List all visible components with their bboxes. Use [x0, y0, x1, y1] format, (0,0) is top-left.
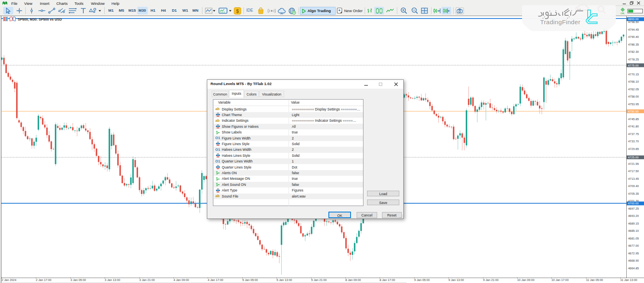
svg-text:3 Jan 05:00: 3 Jan 05:00 [70, 278, 86, 282]
svg-text:4672.95: 4672.95 [628, 252, 639, 255]
svg-text:2 Jan 17:00: 2 Jan 17:00 [36, 278, 52, 282]
svg-text:SP500, M30: SP500 vs USD: SP500, M30: SP500 vs USD [18, 17, 62, 21]
svg-text:4775.00: 4775.00 [628, 64, 639, 67]
svg-text:4693.20: 4693.20 [628, 214, 639, 218]
svg-text:10 Jan 09:00: 10 Jan 09:00 [517, 278, 535, 282]
svg-text:11 Jan 13:00: 11 Jan 13:00 [620, 278, 637, 282]
svg-text:4705.35: 4705.35 [628, 192, 639, 196]
svg-text:4762.05: 4762.05 [628, 87, 639, 91]
svg-text:4766.10: 4766.10 [628, 80, 639, 83]
svg-text:LVL: LVL [621, 12, 625, 15]
svg-text:4725.00: 4725.00 [628, 156, 639, 159]
svg-text:4745.85: 4745.85 [628, 117, 639, 121]
svg-text:4700.00: 4700.00 [628, 202, 639, 205]
svg-text:4729.65: 4729.65 [628, 147, 639, 151]
svg-text:$: $ [236, 8, 239, 14]
svg-text:4741.80: 4741.80 [628, 125, 639, 128]
svg-text:3 Jan 13:00: 3 Jan 13:00 [105, 278, 120, 282]
svg-text:4 Jan 17:00: 4 Jan 17:00 [208, 278, 223, 282]
svg-text:5 Jan 13:00: 5 Jan 13:00 [277, 278, 292, 282]
svg-text:11 Jan 05:00: 11 Jan 05:00 [586, 278, 603, 282]
svg-text:4733.70: 4733.70 [628, 139, 639, 143]
svg-text:4750.00: 4750.00 [628, 110, 639, 113]
svg-text:9 Jan 13:00: 9 Jan 13:00 [448, 278, 464, 282]
svg-text:4782.30: 4782.30 [628, 50, 639, 54]
svg-text:4 Jan 09:00: 4 Jan 09:00 [173, 278, 189, 282]
svg-text:4689.15: 4689.15 [628, 222, 639, 225]
svg-text:4713.45: 4713.45 [628, 177, 639, 181]
svg-text:4790.40: 4790.40 [628, 35, 639, 39]
svg-text:4717.50: 4717.50 [628, 169, 639, 173]
svg-text:2 Jan 2024: 2 Jan 2024 [2, 278, 17, 282]
svg-text:9 Jan 05:00: 9 Jan 05:00 [414, 278, 430, 282]
svg-text:4721.55: 4721.55 [628, 162, 639, 166]
svg-text:4737.75: 4737.75 [628, 132, 639, 136]
svg-text:3 Jan 21:00: 3 Jan 21:00 [139, 278, 155, 282]
svg-text:4778.25: 4778.25 [628, 58, 639, 61]
svg-text:4668.90: 4668.90 [628, 259, 639, 262]
svg-text:4677.00: 4677.00 [628, 244, 639, 248]
svg-text:4664.85: 4664.85 [628, 266, 639, 270]
svg-text:4709.40: 4709.40 [628, 184, 639, 188]
svg-text:10 Jan 17:00: 10 Jan 17:00 [551, 278, 569, 282]
svg-text:5 Jan 21:00: 5 Jan 21:00 [311, 278, 327, 282]
svg-text:4786.35: 4786.35 [628, 43, 639, 46]
svg-text:5 Jan 05:00: 5 Jan 05:00 [242, 278, 258, 282]
svg-text:8 Jan 09:00: 8 Jan 09:00 [345, 278, 361, 282]
svg-text:4753.95: 4753.95 [628, 102, 639, 106]
svg-text:4681.05: 4681.05 [628, 237, 639, 240]
svg-text:4794.45: 4794.45 [628, 28, 639, 31]
svg-text:4758.00: 4758.00 [628, 95, 639, 98]
svg-text:4770.15: 4770.15 [628, 73, 639, 76]
svg-text:4800.00: 4800.00 [628, 17, 639, 21]
svg-text:4697.25: 4697.25 [628, 207, 639, 210]
svg-text:8 Jan 17:00: 8 Jan 17:00 [380, 278, 395, 282]
svg-text:4685.10: 4685.10 [628, 229, 639, 233]
svg-text:9 Jan 21:00: 9 Jan 21:00 [483, 278, 499, 282]
